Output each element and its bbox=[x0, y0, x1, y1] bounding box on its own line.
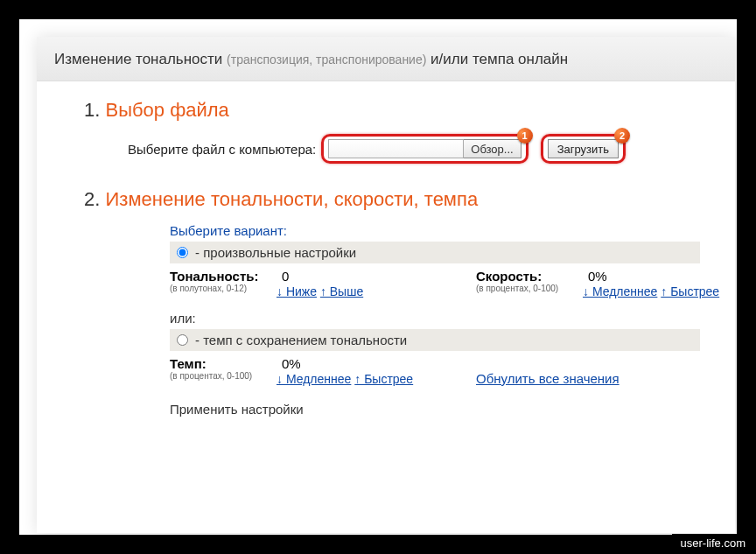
step2-num: 2. bbox=[84, 188, 100, 210]
option-tempo-label: - темп с сохранением тональности bbox=[195, 333, 407, 347]
header-paren: (транспозиция, транспонирование) bbox=[227, 53, 426, 67]
tempo-down-link[interactable]: ↓ Медленнее bbox=[276, 372, 351, 386]
or-label: или: bbox=[170, 311, 700, 326]
speed-down-link[interactable]: ↓ Медленнее bbox=[583, 284, 657, 298]
tempo-label: Темп: bbox=[170, 356, 206, 371]
page-header: Изменение тональности (транспозиция, тра… bbox=[37, 37, 735, 81]
tone-label: Тональность: bbox=[170, 269, 258, 284]
upload-button[interactable]: Загрузить bbox=[548, 139, 619, 158]
badge-2: 2 bbox=[614, 128, 630, 144]
watermark: user-life.com bbox=[672, 534, 754, 552]
step1-heading: Выбор файла bbox=[105, 99, 228, 121]
option-tempo-row[interactable]: - темп с сохранением тональности bbox=[170, 329, 700, 351]
reset-link[interactable]: Обнулить все значения bbox=[476, 371, 620, 386]
variant-label: Выберите вариант: bbox=[170, 223, 700, 238]
option-custom-radio[interactable] bbox=[177, 247, 188, 258]
speed-sub: (в процентах, 0-100) bbox=[476, 284, 583, 293]
tempo-value: 0% bbox=[282, 356, 301, 371]
apply-settings[interactable]: Применить настройки bbox=[170, 402, 700, 417]
step2-title: 2. Изменение тональности, скорости, темп… bbox=[84, 188, 700, 211]
option-tempo-radio[interactable] bbox=[177, 334, 188, 346]
speed-label: Скорость: bbox=[476, 269, 542, 284]
tempo-sub: (в процентах, 0-100) bbox=[170, 372, 276, 381]
tone-sub: (в полутонах, 0-12) bbox=[170, 284, 276, 293]
tone-value: 0 bbox=[282, 269, 289, 284]
file-select-row: Выберите файл с компьютера: Обзор... 1 З… bbox=[128, 134, 700, 164]
tone-up-link[interactable]: ↑ Выше bbox=[320, 284, 363, 298]
speed-block: Скорость: (в процентах, 0-100) 0% ↓ Медл… bbox=[476, 269, 721, 298]
step2-heading: Изменение тональности, скорости, темпа bbox=[105, 188, 478, 210]
speed-up-link[interactable]: ↑ Быстрее bbox=[661, 284, 719, 298]
header-prefix: Изменение тональности bbox=[54, 51, 227, 67]
step1-title: 1. Выбор файла bbox=[84, 99, 700, 122]
header-suffix: и/или темпа онлайн bbox=[426, 51, 568, 67]
file-label: Выберите файл с компьютера: bbox=[128, 142, 316, 157]
tone-down-link[interactable]: ↓ Ниже bbox=[276, 284, 317, 298]
step1-num: 1. bbox=[84, 99, 100, 121]
badge-1: 1 bbox=[517, 128, 533, 144]
speed-value: 0% bbox=[588, 269, 607, 284]
upload-highlight: Загрузить 2 bbox=[541, 134, 626, 164]
tempo-up-link[interactable]: ↑ Быстрее bbox=[354, 372, 413, 386]
option-custom-label: - произвольные настройки bbox=[195, 245, 356, 260]
tempo-block: Темп: (в процентах, 0-100) 0% ↓ Медленне… bbox=[170, 356, 415, 386]
file-input[interactable] bbox=[328, 139, 464, 158]
option-custom-row[interactable]: - произвольные настройки bbox=[170, 242, 700, 263]
tone-block: Тональность: (в полутонах, 0-12) 0 ↓ Ниж… bbox=[170, 269, 415, 298]
browse-button[interactable]: Обзор... bbox=[464, 139, 521, 158]
file-input-highlight: Обзор... 1 bbox=[321, 134, 528, 164]
